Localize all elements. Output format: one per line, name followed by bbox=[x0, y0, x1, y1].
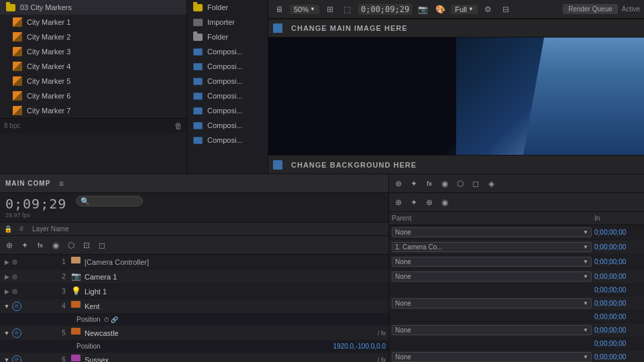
expand-arrow-down[interactable]: ▼ bbox=[3, 330, 11, 337]
circle-icon[interactable]: ◉ bbox=[49, 239, 62, 252]
list-item[interactable]: Composi... bbox=[187, 103, 268, 118]
list-item[interactable]: Composi... bbox=[187, 133, 268, 147]
table-row[interactable]: ▼ ⟳ 5 Newcastle / fx bbox=[0, 326, 388, 341]
star-icon[interactable]: ✦ bbox=[18, 239, 32, 252]
prop-star-icon[interactable]: ✦ bbox=[407, 177, 421, 190]
list-item[interactable]: City Marker 6 bbox=[0, 88, 186, 103]
timecode-display: 0;00;09;29 bbox=[358, 4, 412, 15]
search-box[interactable]: 🔍 bbox=[76, 196, 143, 206]
timeline-comp-title: MAIN COMP bbox=[5, 180, 50, 187]
resolution-icon[interactable]: ⊞ bbox=[323, 3, 337, 16]
list-item[interactable]: Folder bbox=[187, 0, 268, 15]
expand-arrow-down[interactable]: ▼ bbox=[3, 357, 11, 363]
prop-hex-icon[interactable]: ⬡ bbox=[453, 177, 467, 190]
zoom-chevron: ▼ bbox=[310, 6, 315, 12]
switch-solo[interactable] bbox=[12, 289, 17, 294]
layer-icon-2: 📷 bbox=[71, 272, 82, 282]
parent-dropdown-4[interactable]: None ▼ bbox=[392, 272, 592, 282]
expand-arrow[interactable]: ▶ bbox=[3, 259, 11, 265]
prop-icon-4[interactable]: ◉ bbox=[438, 196, 451, 209]
zoom-value: 50% bbox=[294, 5, 309, 13]
table-row[interactable]: ▼ ⟳ 6 Sussex / fx bbox=[0, 353, 388, 362]
square-icon[interactable]: ⊡ bbox=[80, 239, 93, 252]
list-item[interactable]: Composi... bbox=[187, 118, 268, 133]
parent-row: None ▼ 0;00;00;00 bbox=[389, 296, 644, 311]
color-wheel-icon[interactable]: 🎨 bbox=[433, 3, 447, 16]
switch-solo[interactable] bbox=[12, 274, 17, 280]
list-item[interactable]: Composi... bbox=[187, 59, 268, 74]
bottom-section: MAIN COMP ≡ 0;09;29 29.97 fps 🔍 bbox=[0, 174, 644, 362]
top-section: 03 City Markers City Marker 1 City Marke… bbox=[0, 0, 644, 174]
parent-sub-row: 0;00;00;00 bbox=[389, 338, 644, 350]
parent-dropdown-1[interactable]: None ▼ bbox=[392, 227, 592, 237]
parent-dropdown-5[interactable]: None ▼ bbox=[392, 298, 592, 308]
sub-stopwatch[interactable]: ⏱ bbox=[103, 316, 109, 323]
list-item[interactable]: City Marker 3 bbox=[0, 44, 186, 59]
expand-arrow[interactable]: ▶ bbox=[3, 274, 11, 280]
prop-icon-2[interactable]: ✦ bbox=[407, 196, 421, 209]
parent-dropdown-3[interactable]: None ▼ bbox=[392, 257, 592, 267]
render-queue-tab[interactable]: Render Queue bbox=[563, 4, 618, 14]
viewer-settings-icon[interactable]: ⚙ bbox=[482, 3, 495, 16]
switch-motion[interactable]: ⟳ bbox=[12, 302, 21, 311]
layer-number-6: 6 bbox=[56, 356, 71, 362]
list-item[interactable]: City Marker 4 bbox=[0, 59, 186, 74]
prop-diamond-icon[interactable]: ◈ bbox=[484, 177, 498, 190]
table-row[interactable]: ▶ 2 📷 Camera 1 bbox=[0, 269, 388, 284]
list-item[interactable]: Composi... bbox=[187, 44, 268, 59]
fx-icon[interactable]: fx bbox=[34, 239, 47, 252]
camera-snapshot-icon[interactable]: 📷 bbox=[416, 3, 429, 16]
list-item[interactable]: Composi... bbox=[187, 88, 268, 103]
prop-circle-icon[interactable]: ◉ bbox=[438, 177, 451, 190]
light-icon: 💡 bbox=[71, 286, 81, 296]
switch-solo[interactable] bbox=[12, 259, 17, 265]
zoom-control[interactable]: 50% ▼ bbox=[290, 5, 319, 14]
parent-dropdown-2[interactable]: 1. Camera Co... ▼ bbox=[392, 242, 592, 252]
viewer-layout-icon[interactable]: ⊟ bbox=[499, 3, 513, 16]
comp-main-label: CHANGE MAIN IMAGE HERE bbox=[291, 24, 408, 32]
prop-icon-1[interactable]: ⊕ bbox=[392, 196, 405, 209]
list-item[interactable]: 03 City Markers bbox=[0, 0, 186, 15]
list-item[interactable]: City Marker 7 bbox=[0, 103, 186, 118]
trash-icon[interactable]: 🗑 bbox=[174, 121, 182, 131]
list-item[interactable]: City Marker 1 bbox=[0, 15, 186, 29]
hex-icon[interactable]: ⬡ bbox=[64, 239, 78, 252]
prop-orbit-icon[interactable]: ⊕ bbox=[392, 177, 405, 190]
list-item[interactable]: Importer bbox=[187, 15, 268, 29]
table-row[interactable]: ▶ 1 [Camera Controller] bbox=[0, 255, 388, 269]
prop-fx-icon[interactable]: fx bbox=[423, 177, 436, 190]
list-item[interactable]: Folder bbox=[187, 29, 268, 44]
col-layer-name-header: Layer Name bbox=[30, 225, 386, 233]
timeline-menu-icon[interactable]: ≡ bbox=[54, 177, 68, 190]
region-icon[interactable]: ⬚ bbox=[341, 3, 354, 16]
table-row-sub[interactable]: Position 1920.0,-100.0,0.0 bbox=[0, 341, 388, 353]
table-row-sub[interactable]: Position ⏱ 🔗 bbox=[0, 314, 388, 326]
switch-motion[interactable]: ⟳ bbox=[12, 328, 21, 338]
switch-motion[interactable]: ⟳ bbox=[12, 355, 21, 363]
in-col-header: In bbox=[594, 215, 641, 222]
expand-arrow[interactable]: ▶ bbox=[3, 288, 11, 295]
layer-number-1: 1 bbox=[56, 258, 71, 265]
parent-dropdown-6[interactable]: None ▼ bbox=[392, 325, 592, 335]
list-item[interactable]: Composi... bbox=[187, 74, 268, 88]
comp2-bar: CHANGE MAIN IMAGE HERE bbox=[268, 19, 644, 38]
parent-dropdown-7[interactable]: None ▼ bbox=[392, 352, 592, 362]
in-value-7: 0;00;00;00 bbox=[594, 353, 641, 361]
table-row[interactable]: ▼ ⟳ 4 Kent bbox=[0, 299, 388, 314]
cube-icon[interactable]: ◻ bbox=[95, 239, 109, 252]
parent-sub-row: 0;00;00;00 bbox=[389, 284, 644, 296]
comp-monitor-icon[interactable]: 🖥 bbox=[272, 3, 286, 16]
prop-icon-3[interactable]: ⊕ bbox=[423, 196, 436, 209]
table-row[interactable]: ▶ 3 💡 Light 1 bbox=[0, 284, 388, 299]
quality-control[interactable]: Full ▼ bbox=[451, 5, 478, 14]
orbit-icon[interactable]: ⊕ bbox=[3, 239, 16, 252]
timeline-panel: MAIN COMP ≡ 0;09;29 29.97 fps 🔍 bbox=[0, 174, 389, 362]
list-item[interactable]: City Marker 2 bbox=[0, 29, 186, 44]
layer-name-6: Sussex bbox=[85, 356, 375, 363]
sub-property-4: Position bbox=[76, 316, 101, 323]
prop-cube-icon[interactable]: ◻ bbox=[469, 177, 482, 190]
list-item[interactable]: City Marker 5 bbox=[0, 74, 186, 88]
expand-arrow-down[interactable]: ▼ bbox=[3, 303, 11, 310]
layer-fx-6: / fx bbox=[378, 357, 386, 363]
sub-link[interactable]: 🔗 bbox=[111, 316, 118, 323]
